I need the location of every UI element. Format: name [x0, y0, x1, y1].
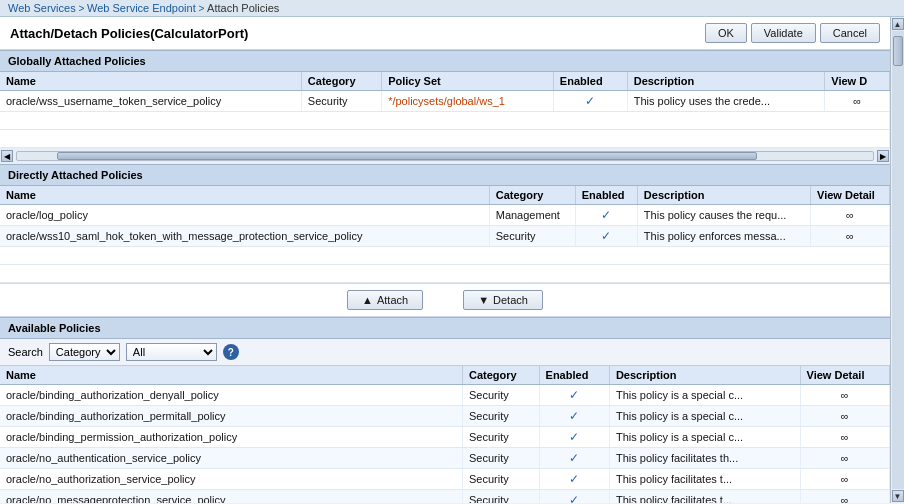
- policy-description: This policy enforces messa...: [637, 226, 810, 247]
- detach-icon: ▼: [478, 294, 489, 306]
- policy-name: oracle/wss10_saml_hok_token_with_message…: [0, 226, 489, 247]
- col-description-avail: Description: [609, 366, 800, 385]
- policy-detail[interactable]: ∞: [800, 490, 889, 504]
- col-enabled-avail: Enabled: [539, 366, 609, 385]
- policy-detail[interactable]: ∞: [800, 427, 889, 448]
- hscrollbar-track: [16, 151, 874, 161]
- policy-description: This policy is a special c...: [609, 385, 800, 406]
- col-category-global: Category: [301, 72, 381, 91]
- policy-category: Security: [489, 226, 575, 247]
- scroll-up-arrow[interactable]: ▲: [892, 18, 904, 30]
- empty-row: [0, 130, 890, 148]
- col-description-global: Description: [627, 72, 825, 91]
- empty-row: [0, 265, 890, 283]
- globally-attached-table: Name Category Policy Set Enabled Descrip…: [0, 72, 890, 148]
- col-name-direct: Name: [0, 186, 489, 205]
- policy-enabled: ✓: [553, 91, 627, 112]
- policy-name: oracle/no_authentication_service_policy: [0, 448, 463, 469]
- col-policyset-global: Policy Set: [382, 72, 554, 91]
- table-row: oracle/no_authorization_service_policy S…: [0, 469, 890, 490]
- search-value-select[interactable]: All Security Management: [126, 343, 217, 361]
- breadcrumb-endpoint[interactable]: Web Service Endpoint: [87, 2, 196, 14]
- search-label: Search: [8, 346, 43, 358]
- scroll-down-arrow[interactable]: ▼: [892, 490, 904, 502]
- policy-name: oracle/binding_permission_authorization_…: [0, 427, 463, 448]
- policy-description: This policy facilitates t...: [609, 469, 800, 490]
- policy-description: This policy facilitates t...: [609, 490, 800, 504]
- policy-enabled: ✓: [539, 385, 609, 406]
- hscroll-left[interactable]: ◀: [1, 150, 13, 162]
- policy-detail[interactable]: ∞: [800, 469, 889, 490]
- col-name-avail: Name: [0, 366, 463, 385]
- table-row: oracle/wss_username_token_service_policy…: [0, 91, 890, 112]
- directly-attached-section: Directly Attached Policies Name Category…: [0, 164, 890, 283]
- table-row: oracle/binding_authorization_permitall_p…: [0, 406, 890, 427]
- help-icon[interactable]: ?: [223, 344, 239, 360]
- breadcrumb-current: Attach Policies: [207, 2, 279, 14]
- policy-detail[interactable]: ∞: [800, 406, 889, 427]
- attach-button[interactable]: ▲ Attach: [347, 290, 423, 310]
- policy-description: This policy facilitates th...: [609, 448, 800, 469]
- policy-category: Security: [463, 385, 540, 406]
- col-name-global: Name: [0, 72, 301, 91]
- directly-attached-table: Name Category Enabled Description View D…: [0, 186, 890, 283]
- col-enabled-direct: Enabled: [575, 186, 637, 205]
- policy-description: This policy is a special c...: [609, 427, 800, 448]
- action-bar: ▲ Attach ▼ Detach: [0, 283, 890, 317]
- policy-name: oracle/binding_authorization_denyall_pol…: [0, 385, 463, 406]
- policy-category: Security: [463, 490, 540, 504]
- table-row: oracle/no_authentication_service_policy …: [0, 448, 890, 469]
- policy-enabled: ✓: [539, 469, 609, 490]
- policy-detail[interactable]: ∞: [811, 205, 890, 226]
- search-by-select[interactable]: Category Name: [49, 343, 120, 361]
- col-viewd-global: View D: [825, 72, 890, 91]
- policy-enabled: ✓: [539, 427, 609, 448]
- right-scrollbar: ▲ ▼: [890, 17, 904, 503]
- available-policies-table: Name Category Enabled Description View D…: [0, 366, 890, 503]
- breadcrumb-services[interactable]: Web Services: [8, 2, 76, 14]
- policy-name: oracle/no_authorization_service_policy: [0, 469, 463, 490]
- policy-description: This policy causes the requ...: [637, 205, 810, 226]
- policy-category: Management: [489, 205, 575, 226]
- policy-category: Security: [463, 406, 540, 427]
- policy-enabled: ✓: [575, 226, 637, 247]
- policy-enabled: ✓: [539, 448, 609, 469]
- policy-name: oracle/binding_authorization_permitall_p…: [0, 406, 463, 427]
- ok-button[interactable]: OK: [705, 23, 747, 43]
- global-hscrollbar-row: ◀ ▶: [0, 148, 890, 164]
- scroll-thumb[interactable]: [893, 36, 903, 66]
- table-row: oracle/wss10_saml_hok_token_with_message…: [0, 226, 890, 247]
- policy-detail[interactable]: ∞: [825, 91, 890, 112]
- policy-detail[interactable]: ∞: [811, 226, 890, 247]
- hscroll-right[interactable]: ▶: [877, 150, 889, 162]
- policy-name: oracle/log_policy: [0, 205, 489, 226]
- attach-icon: ▲: [362, 294, 373, 306]
- detach-button[interactable]: ▼ Detach: [463, 290, 543, 310]
- breadcrumb: Web Services > Web Service Endpoint > At…: [0, 0, 904, 17]
- table-row: oracle/log_policy Management ✓ This poli…: [0, 205, 890, 226]
- policy-detail[interactable]: ∞: [800, 385, 889, 406]
- col-category-direct: Category: [489, 186, 575, 205]
- table-row: oracle/no_messageprotection_service_poli…: [0, 490, 890, 504]
- policy-category: Security: [301, 91, 381, 112]
- page-title: Attach/Detach Policies(CalculatorPort): [10, 26, 248, 41]
- empty-row: [0, 112, 890, 130]
- hscrollbar-thumb[interactable]: [57, 152, 757, 160]
- table-row: oracle/binding_authorization_denyall_pol…: [0, 385, 890, 406]
- policy-set: */policysets/global/ws_1: [382, 91, 554, 112]
- table-row: oracle/binding_permission_authorization_…: [0, 427, 890, 448]
- policy-detail[interactable]: ∞: [800, 448, 889, 469]
- cancel-button[interactable]: Cancel: [820, 23, 880, 43]
- policy-category: Security: [463, 469, 540, 490]
- policy-enabled: ✓: [575, 205, 637, 226]
- search-bar: Search Category Name All Security Manage…: [0, 339, 890, 366]
- policy-name: oracle/no_messageprotection_service_poli…: [0, 490, 463, 504]
- available-policies-header: Available Policies: [0, 317, 890, 339]
- available-table-container[interactable]: Name Category Enabled Description View D…: [0, 366, 890, 503]
- policy-enabled: ✓: [539, 406, 609, 427]
- policy-category: Security: [463, 448, 540, 469]
- globally-attached-header: Globally Attached Policies: [0, 50, 890, 72]
- validate-button[interactable]: Validate: [751, 23, 816, 43]
- col-category-avail: Category: [463, 366, 540, 385]
- empty-row: [0, 247, 890, 265]
